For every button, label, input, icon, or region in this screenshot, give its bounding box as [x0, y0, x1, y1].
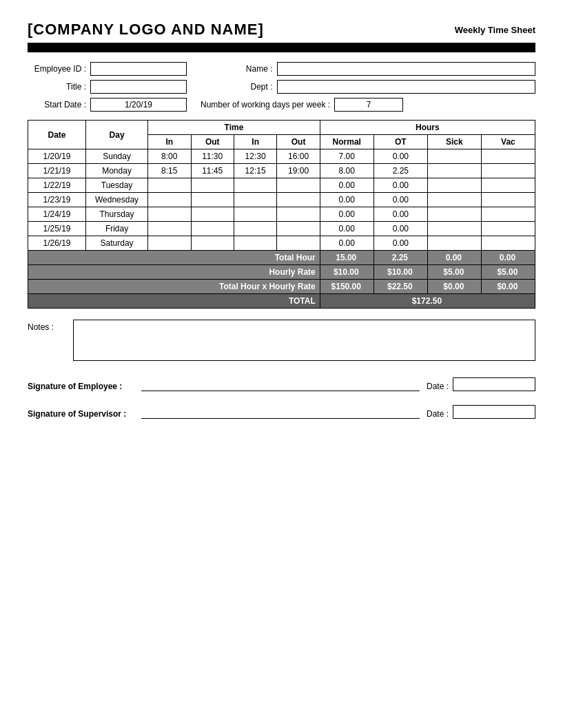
cell-date: 1/25/19	[28, 222, 86, 236]
table-row: 1/22/19 Tuesday 0.00 0.00	[28, 178, 535, 193]
cell-out1[interactable]: 11:30	[191, 149, 234, 164]
cell-in1[interactable]	[148, 222, 191, 236]
name-label: Name :	[214, 64, 273, 74]
start-date-label: Start Date :	[28, 100, 86, 110]
total-hour-rate-normal: $150.00	[320, 280, 373, 294]
cell-in1[interactable]	[148, 207, 191, 222]
cell-date: 1/22/19	[28, 178, 86, 193]
cell-out2[interactable]: 16:00	[277, 149, 320, 164]
cell-in1[interactable]	[148, 178, 191, 193]
cell-normal: 0.00	[320, 222, 373, 236]
sig-row-supervisor: Signature of Supervisor : Date :	[28, 405, 535, 419]
total-hour-vac: 0.00	[481, 251, 535, 265]
col-header-in2: In	[234, 135, 276, 149]
cell-in2[interactable]	[234, 207, 276, 222]
cell-sick	[427, 149, 481, 164]
sig-employee-line	[141, 379, 420, 391]
cell-out2[interactable]	[277, 178, 320, 193]
col-header-vac: Vac	[481, 135, 535, 149]
cell-out2[interactable]	[277, 222, 320, 236]
total-hour-rate-label: Total Hour x Hourly Rate	[28, 280, 320, 294]
name-input[interactable]	[277, 62, 535, 76]
cell-in2[interactable]: 12:15	[234, 164, 276, 178]
company-logo: [COMPANY LOGO AND NAME]	[28, 21, 264, 39]
grand-total-label: TOTAL	[28, 294, 320, 309]
sig-row-employee: Signature of Employee : Date :	[28, 377, 535, 391]
title-input[interactable]	[90, 80, 187, 94]
sig-supervisor-label: Signature of Supervisor :	[28, 409, 141, 419]
total-hour-rate-ot: $22.50	[373, 280, 427, 294]
cell-out2[interactable]	[277, 193, 320, 207]
notes-section: Notes :	[28, 320, 535, 361]
start-date-input[interactable]	[90, 98, 187, 112]
cell-in1[interactable]	[148, 236, 191, 251]
notes-input[interactable]	[73, 320, 535, 361]
row-hourly-rate: Hourly Rate $10.00 $10.00 $5.00 $5.00	[28, 265, 535, 280]
cell-sick	[427, 178, 481, 193]
cell-out1[interactable]: 11:45	[191, 164, 234, 178]
cell-ot: 0.00	[373, 149, 427, 164]
working-days-input[interactable]	[334, 98, 403, 112]
cell-out1[interactable]	[191, 178, 234, 193]
cell-ot: 0.00	[373, 178, 427, 193]
cell-out2[interactable]: 19:00	[277, 164, 320, 178]
grand-total-value: $172.50	[320, 294, 535, 309]
cell-sick	[427, 164, 481, 178]
cell-ot: 0.00	[373, 193, 427, 207]
cell-ot: 0.00	[373, 207, 427, 222]
cell-normal: 0.00	[320, 207, 373, 222]
table-row: 1/26/19 Saturday 0.00 0.00	[28, 236, 535, 251]
cell-sick	[427, 193, 481, 207]
total-hour-rate-sick: $0.00	[427, 280, 481, 294]
cell-in1[interactable]: 8:15	[148, 164, 191, 178]
title-label: Title :	[28, 82, 86, 92]
cell-vac	[481, 149, 535, 164]
dept-label: Dept :	[214, 82, 273, 92]
cell-in2[interactable]	[234, 222, 276, 236]
table-row: 1/25/19 Friday 0.00 0.00	[28, 222, 535, 236]
col-header-ot: OT	[373, 135, 427, 149]
employee-form: Employee ID : Name : Title : Dept : Star…	[28, 62, 535, 112]
form-row-id-name: Employee ID : Name :	[28, 62, 535, 76]
cell-day: Thursday	[86, 207, 148, 222]
sig-supervisor-date-label: Date :	[427, 409, 449, 419]
cell-normal: 7.00	[320, 149, 373, 164]
row-grand-total: TOTAL $172.50	[28, 294, 535, 309]
cell-vac	[481, 236, 535, 251]
cell-out1[interactable]	[191, 222, 234, 236]
cell-out1[interactable]	[191, 193, 234, 207]
sheet-title: Weekly Time Sheet	[455, 25, 535, 35]
col-header-date: Date	[28, 121, 86, 149]
sig-supervisor-date-input[interactable]	[453, 405, 535, 419]
cell-in2[interactable]	[234, 236, 276, 251]
header-divider	[28, 43, 535, 52]
cell-out2[interactable]	[277, 207, 320, 222]
total-hour-label: Total Hour	[28, 251, 320, 265]
cell-ot: 0.00	[373, 222, 427, 236]
hourly-rate-ot: $10.00	[373, 265, 427, 280]
hourly-rate-label: Hourly Rate	[28, 265, 320, 280]
cell-in2[interactable]	[234, 193, 276, 207]
hourly-rate-vac: $5.00	[481, 265, 535, 280]
cell-in1[interactable]: 8:00	[148, 149, 191, 164]
cell-out1[interactable]	[191, 207, 234, 222]
cell-sick	[427, 207, 481, 222]
notes-label: Notes :	[28, 322, 69, 332]
cell-out2[interactable]	[277, 236, 320, 251]
cell-in1[interactable]	[148, 193, 191, 207]
cell-date: 1/21/19	[28, 164, 86, 178]
cell-out1[interactable]	[191, 236, 234, 251]
employee-id-input[interactable]	[90, 62, 187, 76]
cell-normal: 0.00	[320, 178, 373, 193]
page-header: [COMPANY LOGO AND NAME] Weekly Time Shee…	[28, 21, 535, 39]
form-row-date-days: Start Date : Number of working days per …	[28, 98, 535, 112]
dept-input[interactable]	[277, 80, 535, 94]
cell-in2[interactable]: 12:30	[234, 149, 276, 164]
cell-in2[interactable]	[234, 178, 276, 193]
sig-employee-date-input[interactable]	[453, 377, 535, 391]
cell-date: 1/24/19	[28, 207, 86, 222]
cell-vac	[481, 164, 535, 178]
employee-id-label: Employee ID :	[28, 64, 86, 74]
cell-ot: 2.25	[373, 164, 427, 178]
row-total-hour: Total Hour 15.00 2.25 0.00 0.00	[28, 251, 535, 265]
